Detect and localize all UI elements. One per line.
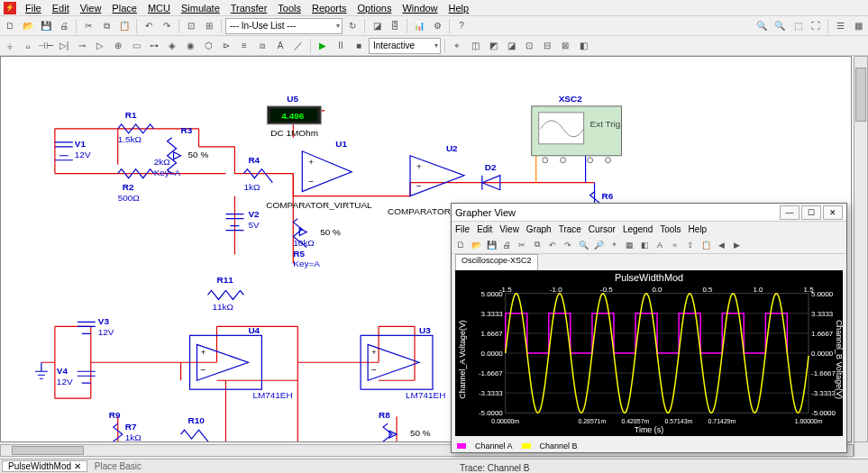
analysis-icon[interactable]: 📊 xyxy=(411,18,427,34)
menu-transfer[interactable]: Transfer xyxy=(225,3,273,14)
zoom-out-icon[interactable]: 🔍 xyxy=(772,18,788,34)
gcursor-icon[interactable]: ⌖ xyxy=(607,238,621,252)
vertical-scrollbar[interactable] xyxy=(854,56,868,442)
gclip-icon[interactable]: 📋 xyxy=(699,238,713,252)
gexport-icon[interactable]: ⇪ xyxy=(683,238,698,252)
grapher-titlebar[interactable]: Grapher View — ☐ ✕ xyxy=(452,204,846,222)
menu-options[interactable]: Options xyxy=(352,3,397,14)
component-r9[interactable]: R9 xyxy=(109,410,121,420)
instrument7-icon[interactable]: ◧ xyxy=(575,38,591,54)
glegend-icon[interactable]: ◧ xyxy=(637,238,652,252)
hier-icon[interactable]: ⧈ xyxy=(254,38,270,54)
menu-reports[interactable]: Reports xyxy=(306,3,352,14)
component-d2[interactable]: D2 xyxy=(482,162,500,190)
resistor-icon[interactable]: ⏛ xyxy=(20,38,36,54)
gmenu-tools[interactable]: Tools xyxy=(660,224,681,234)
zoom-in-icon[interactable]: 🔍 xyxy=(754,18,770,34)
sim-mode-combo[interactable]: Interactive xyxy=(369,38,441,54)
gcut-icon[interactable]: ✂ xyxy=(515,238,529,252)
menu-file[interactable]: File xyxy=(20,3,47,14)
gmenu-graph[interactable]: Graph xyxy=(526,224,552,234)
gmenu-cursor[interactable]: Cursor xyxy=(589,224,616,234)
transistor-icon[interactable]: ⊸ xyxy=(74,38,90,54)
gtext-icon[interactable]: A xyxy=(653,238,667,252)
refresh-icon[interactable]: ↻ xyxy=(344,18,361,34)
grapher-plot[interactable]: PulseWidthMod -1.5-1.0-0.50.00.51.01.5 5… xyxy=(455,270,843,436)
component-icon[interactable]: ◪ xyxy=(369,18,385,34)
cut-icon[interactable]: ✂ xyxy=(80,18,96,34)
mixed-icon[interactable]: ⬡ xyxy=(200,38,216,54)
ggrid-icon[interactable]: ▦ xyxy=(622,238,636,252)
misc-icon[interactable]: ◈ xyxy=(164,38,180,54)
minimize-button[interactable]: — xyxy=(780,205,799,220)
gmenu-legend[interactable]: Legend xyxy=(623,224,653,234)
component-v2[interactable]: V2 5V xyxy=(225,209,260,231)
component-v3[interactable]: V3 12V xyxy=(78,316,114,337)
sheet-tab[interactable]: PulseWidthMod ✕ xyxy=(2,460,87,472)
grapher-tab-scope[interactable]: Oscilloscope-XSC2 xyxy=(455,254,538,270)
component-r5[interactable]: R5 10kΩ Key=A 50 % xyxy=(293,219,341,269)
zoom-100-icon[interactable]: ⊞ xyxy=(201,18,217,34)
print-icon[interactable]: 🖨 xyxy=(56,18,72,34)
inuse-list-combo[interactable]: --- In-Use List --- xyxy=(225,18,343,34)
component-v1[interactable]: V1 12V xyxy=(55,139,91,160)
menu-help[interactable]: Help xyxy=(443,3,475,14)
probe-icon[interactable]: ⌖ xyxy=(449,38,465,54)
menu-edit[interactable]: Edit xyxy=(47,3,75,14)
gmenu-edit[interactable]: Edit xyxy=(477,224,492,234)
gprint-icon[interactable]: 🖨 xyxy=(499,238,514,252)
port-icon[interactable]: ⊳ xyxy=(218,38,234,54)
undo-icon[interactable]: ↶ xyxy=(141,18,157,34)
diode-icon[interactable]: ▷| xyxy=(56,38,72,54)
gmenu-help[interactable]: Help xyxy=(689,224,708,234)
menu-simulate[interactable]: Simulate xyxy=(176,3,225,14)
list-icon[interactable]: ☰ xyxy=(832,18,848,34)
bus-icon[interactable]: ≡ xyxy=(236,38,252,54)
help-icon[interactable]: ? xyxy=(453,18,470,34)
instrument4-icon[interactable]: ⊡ xyxy=(521,38,537,54)
grid-icon[interactable]: ▦ xyxy=(850,18,866,34)
indicator-icon[interactable]: ◉ xyxy=(182,38,198,54)
gmenu-file[interactable]: File xyxy=(455,224,470,234)
gredo-icon[interactable]: ↷ xyxy=(561,238,575,252)
save-icon[interactable]: 💾 xyxy=(38,18,54,34)
instrument1-icon[interactable]: ◫ xyxy=(467,38,483,54)
gzoomout-icon[interactable]: 🔎 xyxy=(591,238,606,252)
open-icon[interactable]: 📂 xyxy=(20,18,36,34)
ground-symbol[interactable] xyxy=(35,362,48,378)
postproc-icon[interactable]: ⚙ xyxy=(429,18,445,34)
text-icon[interactable]: A xyxy=(272,38,288,54)
stop-button[interactable]: ■ xyxy=(351,38,367,54)
ground-icon[interactable]: ⏚ xyxy=(2,38,18,54)
gopen-icon[interactable]: 📂 xyxy=(469,238,483,252)
opamp-icon[interactable]: ▷ xyxy=(92,38,108,54)
component-r10[interactable]: R10 10kΩ xyxy=(181,415,210,442)
capacitor-icon[interactable]: ⊣⊢ xyxy=(38,38,54,54)
instrument5-icon[interactable]: ⊟ xyxy=(539,38,555,54)
component-r3[interactable]: R3 2kΩ Key=A 50 % xyxy=(154,125,209,177)
instrument2-icon[interactable]: ◩ xyxy=(485,38,501,54)
copy-icon[interactable]: ⧉ xyxy=(98,18,114,34)
redo-icon[interactable]: ↷ xyxy=(159,18,175,34)
paste-icon[interactable]: 📋 xyxy=(116,18,132,34)
ic-icon[interactable]: ▭ xyxy=(128,38,144,54)
database-icon[interactable]: 🗄 xyxy=(387,18,403,34)
maximize-button[interactable]: ☐ xyxy=(801,205,821,220)
source-icon[interactable]: ⊕ xyxy=(110,38,126,54)
gmenu-view[interactable]: View xyxy=(499,224,519,234)
fullscreen-icon[interactable]: ⛶ xyxy=(808,18,824,34)
gzoomin-icon[interactable]: 🔍 xyxy=(576,238,590,252)
component-r8[interactable]: R8 2kΩ Key=A 50 % xyxy=(379,410,431,442)
gscript-icon[interactable]: ≈ xyxy=(668,238,682,252)
menu-tools[interactable]: Tools xyxy=(272,3,306,14)
zoom-fit-icon[interactable]: ⊡ xyxy=(183,18,199,34)
pause-button[interactable]: II xyxy=(333,38,349,54)
menu-view[interactable]: View xyxy=(75,3,107,14)
grapher-window[interactable]: Grapher View — ☐ ✕ File Edit View Graph … xyxy=(451,203,847,453)
gundo-icon[interactable]: ↶ xyxy=(545,238,560,252)
zoom-area-icon[interactable]: ⬚ xyxy=(790,18,806,34)
menu-window[interactable]: Window xyxy=(397,3,443,14)
gsave-icon[interactable]: 💾 xyxy=(484,238,498,252)
menu-mcu[interactable]: MCU xyxy=(142,3,176,14)
gcopy-icon[interactable]: ⧉ xyxy=(530,238,544,252)
